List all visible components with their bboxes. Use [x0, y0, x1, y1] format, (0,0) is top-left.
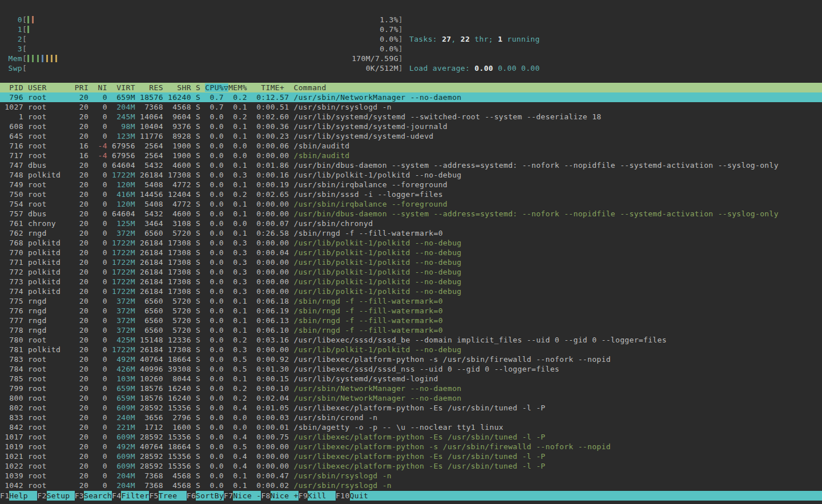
process-list[interactable]: 796 root 20 0 659M 18576 16240 S 0.7 0.2…: [0, 92, 822, 490]
row-stats: 40764 18664 S 0.0 0.5 0:00.92: [135, 355, 294, 364]
meter-label: 1: [8, 25, 22, 34]
nice-value: 0: [93, 326, 107, 334]
process-row[interactable]: 770 polkitd 20 0 1722M 26184 17308 S 0.0…: [0, 248, 822, 257]
column-headers-left[interactable]: PID USER PRI NI VIRT RES SHR S: [0, 83, 205, 92]
process-row[interactable]: 1022 root 20 0 609M 28592 15356 S 0.0 0.…: [0, 461, 822, 471]
process-row[interactable]: 785 root 20 0 103M 10260 8044 S 0.0 0.1 …: [0, 374, 822, 384]
virt-value: 204M: [112, 103, 135, 111]
sep: [107, 442, 112, 451]
fnkey-f7-nice--[interactable]: F7Nice -: [224, 491, 261, 501]
process-row[interactable]: 1017 root 20 0 609M 28592 15356 S 0.0 0.…: [0, 432, 822, 442]
process-row[interactable]: 773 polkitd 20 0 1722M 26184 17308 S 0.0…: [0, 277, 822, 287]
process-row-selected[interactable]: 796 root 20 0 659M 18576 16240 S 0.7 0.2…: [0, 92, 822, 102]
virt-value: 609M: [112, 433, 135, 441]
row-stats: 10260 8044 S 0.0 0.1 0:00.15: [135, 374, 294, 383]
process-row[interactable]: 802 root 20 0 609M 28592 15356 S 0.0 0.4…: [0, 403, 822, 413]
column-headers-right[interactable]: MEM% TIME+ Command: [228, 83, 327, 92]
meter-tick-red: [32, 16, 34, 23]
process-row[interactable]: 776 rngd 20 0 372M 6560 5720 S 0.0 0.1 0…: [0, 306, 822, 316]
command-text: /sbin/auditd: [294, 151, 350, 160]
process-row[interactable]: 833 root 20 0 240M 3656 2796 S 0.0 0.0 0…: [0, 413, 822, 422]
nice-value: 0: [93, 258, 107, 267]
command-text: /usr/sbin/chronyd: [294, 219, 373, 228]
meter-tick-yellow: [46, 55, 48, 62]
meter-open-bracket: [: [22, 63, 27, 73]
sep: [107, 355, 112, 364]
nice-value: 0: [93, 404, 107, 412]
process-row[interactable]: 799 root 20 0 659M 18576 16240 S 0.0 0.2…: [0, 384, 822, 393]
meter-tick-green: [27, 26, 29, 33]
sep: [107, 239, 112, 247]
tasks-summary: Tasks: 27, 22 thr; 1 running: [409, 34, 540, 44]
process-row[interactable]: 778 rngd 20 0 372M 6560 5720 S 0.0 0.1 0…: [0, 325, 822, 335]
sep: [107, 142, 112, 150]
command-text: /sbin/rngd -f --fill-watermark=0: [294, 316, 443, 325]
process-row[interactable]: 754 root 20 0 120M 5408 4772 S 0.0 0.1 0…: [0, 199, 822, 209]
process-row[interactable]: 1042 root 20 0 204M 7368 4568 S 0.0 0.1 …: [0, 481, 822, 490]
nice-value: 0: [93, 471, 107, 480]
process-row[interactable]: 783 root 20 0 492M 40764 18664 S 0.0 0.5…: [0, 354, 822, 364]
process-row[interactable]: 780 root 20 0 425M 15148 12336 S 0.0 0.2…: [0, 335, 822, 345]
process-row[interactable]: 645 root 20 0 123M 11776 8928 S 0.0 0.1 …: [0, 131, 822, 141]
sort-column-cpu[interactable]: CPU%▽: [205, 83, 228, 92]
row-main: 1022 root 20: [0, 462, 93, 470]
sep: [107, 180, 112, 189]
function-key-bar[interactable]: F1Help F2Setup F3SearchF4FilterF5Tree F6…: [0, 491, 822, 501]
process-row[interactable]: 757 dbus 20 0 64604 5432 4600 S 0.0 0.1 …: [0, 209, 822, 219]
process-row[interactable]: 781 polkitd 20 0 1722M 26184 17308 S 0.0…: [0, 345, 822, 354]
process-row[interactable]: 1039 root 20 0 204M 7368 4568 S 0.0 0.1 …: [0, 471, 822, 481]
process-row[interactable]: 777 rngd 20 0 372M 6560 5720 S 0.0 0.1 0…: [0, 316, 822, 325]
fnkey-f3-search[interactable]: F3Search: [75, 491, 112, 501]
fnkey-f4-filter[interactable]: F4Filter: [112, 491, 149, 501]
sep: [107, 433, 112, 441]
summary-text: thr;: [470, 35, 498, 43]
process-row[interactable]: 775 rngd 20 0 372M 6560 5720 S 0.0 0.1 0…: [0, 296, 822, 306]
nice-value: 0: [93, 336, 107, 344]
process-row[interactable]: 784 root 20 0 426M 40996 39308 S 0.0 0.5…: [0, 364, 822, 374]
process-row[interactable]: 1019 root 20 0 492M 40764 18664 S 0.0 0.…: [0, 442, 822, 451]
process-row[interactable]: 747 dbus 20 0 64604 5432 4600 S 0.0 0.1 …: [0, 160, 822, 170]
command-text: /usr/lib/polkit-1/polkitd --no-debug: [294, 345, 462, 354]
fnkey-f5-tree[interactable]: F5Tree: [149, 491, 186, 501]
summary-text: 27: [442, 35, 451, 43]
fnkey-f2-setup[interactable]: F2Setup: [37, 491, 74, 501]
process-row[interactable]: 748 polkitd 20 0 1722M 26184 17308 S 0.0…: [0, 170, 822, 180]
row-stats: 40764 18664 S 0.0 0.5 0:00.00: [135, 442, 294, 451]
process-row[interactable]: 750 root 20 0 416M 14456 12404 S 0.0 0.2…: [0, 189, 822, 199]
column-headers[interactable]: PID USER PRI NI VIRT RES SHR S CPU%▽MEM%…: [0, 83, 822, 92]
row-main: 761 chrony 20: [0, 219, 93, 228]
process-row[interactable]: 608 root 20 0 98M 10404 9376 S 0.0 0.1 0…: [0, 122, 822, 131]
row-stats: 15148 12336 S 0.0 0.2 0:03.16: [135, 336, 294, 344]
process-row[interactable]: 749 root 20 0 120M 5408 4772 S 0.0 0.1 0…: [0, 180, 822, 189]
process-row[interactable]: 762 rngd 20 0 372M 6560 5720 S 0.0 0.1 0…: [0, 228, 822, 238]
meter-bar-area: 1.3%: [27, 15, 398, 25]
process-row[interactable]: 771 polkitd 20 0 1722M 26184 17308 S 0.0…: [0, 257, 822, 267]
row-stats: 1712 1600 S 0.0 0.0 0:00.01: [135, 423, 294, 432]
nice-value: -4: [93, 142, 107, 150]
sep: [107, 219, 112, 228]
row-main: 774 polkitd 20: [0, 287, 93, 296]
fnkey-f10-quit[interactable]: F10Quit: [336, 491, 822, 501]
process-row[interactable]: 774 polkitd 20 0 1722M 26184 17308 S 0.0…: [0, 287, 822, 296]
process-row[interactable]: 842 root 20 0 221M 1712 1600 S 0.0 0.0 0…: [0, 422, 822, 432]
fnkey-f8-nice-+[interactable]: F8Nice +: [261, 491, 298, 501]
sep: [107, 394, 112, 402]
process-row[interactable]: 768 polkitd 20 0 1722M 26184 17308 S 0.0…: [0, 238, 822, 248]
process-row[interactable]: 1021 root 20 0 609M 28592 15356 S 0.0 0.…: [0, 451, 822, 461]
command-text: /usr/lib/polkit-1/polkitd --no-debug: [294, 258, 462, 267]
process-row[interactable]: 716 root 16 -4 67956 2564 1900 S 0.0 0.0…: [0, 141, 822, 151]
fnkey-f6-sortby[interactable]: F6SortBy: [187, 491, 224, 501]
row-main: 762 rngd 20: [0, 229, 93, 237]
process-row[interactable]: 800 root 20 0 659M 18576 16240 S 0.0 0.2…: [0, 393, 822, 403]
process-row[interactable]: 717 root 16 -4 67956 2564 1900 S 0.0 0.0…: [0, 151, 822, 160]
process-row[interactable]: 1 root 20 0 245M 14064 9604 S 0.0 0.2 0:…: [0, 112, 822, 122]
fnkey-f1-help[interactable]: F1Help: [0, 491, 37, 501]
process-row[interactable]: 772 polkitd 20 0 1722M 26184 17308 S 0.0…: [0, 267, 822, 277]
virt-value: 67956: [112, 151, 135, 160]
sep: [107, 336, 112, 344]
mem-meter-mem: Mem[170M/7.59G]: [8, 54, 403, 63]
virt-value: 64604: [112, 161, 135, 170]
fnkey-f9-kill[interactable]: F9Kill: [299, 491, 336, 501]
process-row[interactable]: 1027 root 20 0 204M 7368 4568 S 0.7 0.1 …: [0, 102, 822, 112]
process-row[interactable]: 761 chrony 20 0 125M 3464 3108 S 0.0 0.0…: [0, 219, 822, 228]
